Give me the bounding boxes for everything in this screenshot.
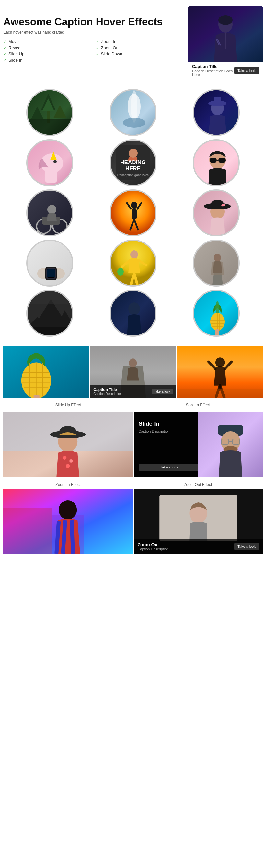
svg-point-15 (123, 118, 145, 128)
slide-in-caption: Slide In Caption Description Take a look (134, 412, 205, 477)
photo-item-sunset[interactable] (177, 346, 263, 398)
feature-slide-down: ✓ Slide Down (96, 52, 182, 56)
heading-overlay: HEADING HERE Description goes here (111, 141, 155, 185)
circle-item-heading[interactable]: HEADING HERE Description goes here (93, 139, 173, 186)
photo-pineapple-svg (3, 346, 89, 398)
zoom-out-button[interactable]: Take a look (234, 543, 259, 550)
hero-photo (188, 6, 263, 62)
heading-desc: Description goes here (117, 173, 149, 177)
photo-item-road[interactable]: Caption Title Caption Description Take a… (90, 346, 176, 398)
svg-point-107 (66, 464, 70, 468)
photo-caption-text: Caption Title Caption Description (93, 388, 121, 396)
feature-slide-in: ✓ Slide In (3, 58, 89, 62)
feature-zoom-in: ✓ Zoom In (96, 39, 182, 44)
circle-item-forest[interactable] (10, 89, 90, 136)
effect-row-1: Slide In Caption Description Take a look (0, 409, 266, 478)
circle-img (193, 240, 240, 286)
circle-img (110, 189, 156, 236)
effect-label-row-1: Slide Up Effect Slide In Effect (0, 401, 266, 409)
heading-title: HEADING HERE (114, 160, 152, 172)
svg-point-36 (47, 205, 56, 214)
circle-item-road-person[interactable] (176, 240, 256, 286)
svg-point-70 (128, 302, 140, 315)
feature-list: ✓ Move ✓ Zoom In ✓ Reveal ✓ Zoom Out ✓ S… (3, 39, 182, 62)
circle-item-bluegirl[interactable] (176, 89, 256, 136)
circle-item-watch[interactable] (10, 240, 90, 286)
circle-heading: HEADING HERE Description goes here (110, 139, 156, 186)
svg-line-121 (63, 520, 65, 554)
zoom-in-effect-image[interactable] (3, 489, 132, 554)
zoom-out-effect-image[interactable]: Zoom Out Caption Description Take a look (134, 489, 263, 554)
photo-caption-desc: Caption Description (93, 392, 121, 396)
check-icon: ✓ (96, 39, 99, 44)
circle-item-biker[interactable] (10, 189, 90, 236)
take-look-button[interactable]: Take a look (234, 67, 259, 74)
photo-caption: Caption Title Caption Description Take a… (90, 385, 176, 398)
hero-photo-svg (188, 6, 263, 62)
svg-rect-68 (28, 291, 73, 304)
svg-rect-67 (28, 327, 73, 337)
circle-item-hat-woman[interactable] (176, 189, 256, 236)
hero-section: Awesome Caption Hover Effects Each hover… (0, 0, 266, 83)
slide-in-effect-image[interactable]: Slide In Caption Description Take a look (134, 412, 263, 477)
slide-in-label: Slide In Effect (133, 403, 263, 407)
caption-description: Caption Description Goes Here (192, 69, 234, 77)
slide-in-text: Slide In Caption Description (139, 421, 200, 433)
unicorn-svg (28, 141, 73, 186)
circle-img (110, 290, 156, 337)
circle-img (193, 139, 240, 186)
circle-item-fountain[interactable] (93, 89, 173, 136)
mountain-svg (28, 291, 73, 337)
zoom-out-title: Zoom Out (138, 542, 169, 547)
circle-item-dark-blue[interactable] (93, 290, 173, 337)
zoom-out-label: Zoom Out Effect (133, 483, 263, 487)
slide-up-effect-image[interactable] (3, 412, 132, 477)
man-glasses-svg (198, 412, 263, 477)
slide-in-title: Slide In (139, 421, 200, 427)
circle-img (26, 290, 73, 337)
circle-item-sunglasses[interactable] (176, 139, 256, 186)
effect-label-row-2: Zoom In Effect Zoom Out Effect (0, 481, 266, 489)
svg-point-62 (214, 254, 221, 261)
circle-grid-row1: HEADING HERE Description goes here (0, 83, 266, 343)
pineapple-svg (194, 291, 240, 337)
photo-take-look-button[interactable]: Take a look (152, 389, 173, 394)
circle-item-dancer[interactable] (93, 189, 173, 236)
circle-img (26, 240, 73, 286)
circle-item-dark-mountain[interactable] (10, 290, 90, 337)
circle-img (110, 240, 156, 286)
feature-label: Move (8, 39, 19, 44)
feature-label: Slide Down (101, 52, 122, 56)
forest-svg (28, 90, 73, 136)
svg-point-92 (129, 359, 137, 368)
check-icon: ✓ (96, 52, 99, 56)
photo-item-pineapple[interactable] (3, 346, 89, 398)
heading-mini-person (129, 149, 138, 158)
svg-rect-11 (28, 120, 73, 136)
svg-rect-39 (131, 209, 137, 219)
zoom-row: Zoom Out Caption Description Take a look (0, 489, 266, 560)
photo-grid: Caption Title Caption Description Take a… (0, 343, 266, 401)
hero-caption: Caption Title Caption Description Goes H… (188, 62, 263, 79)
svg-rect-99 (177, 389, 263, 398)
darkblue-svg (111, 291, 156, 337)
circle-item-unicorn[interactable] (10, 139, 90, 186)
svg-point-94 (215, 358, 225, 368)
feature-move: ✓ Move (3, 39, 89, 44)
circle-img (193, 89, 240, 136)
svg-rect-24 (46, 169, 57, 183)
circle-img (110, 89, 156, 136)
circle-item-pineapple[interactable] (176, 290, 256, 337)
watch-svg (28, 241, 73, 286)
svg-point-106 (69, 459, 72, 463)
slide-in-button[interactable]: Take a look (139, 464, 200, 471)
photo-sunset-svg (177, 346, 263, 398)
photo-caption-title: Caption Title (93, 388, 121, 392)
check-icon: ✓ (3, 58, 6, 62)
circle-item-yellow-suit[interactable] (93, 240, 173, 286)
biker-svg (28, 191, 73, 236)
svg-line-120 (56, 521, 59, 554)
zoom-out-caption-text: Zoom Out Caption Description (138, 542, 169, 551)
slide-in-photo-half (198, 412, 263, 477)
hat-girl-svg (3, 412, 132, 477)
